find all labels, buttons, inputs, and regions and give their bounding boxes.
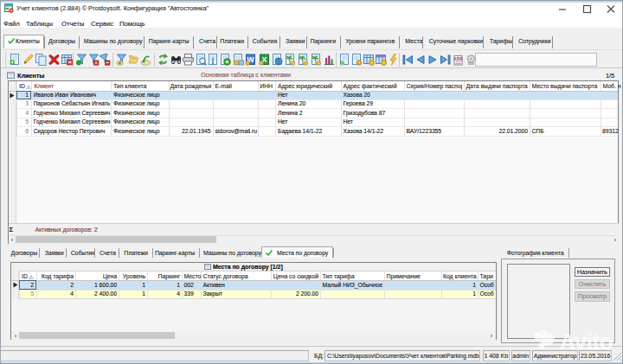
svg-text:Avito: Avito <box>560 329 613 354</box>
svg-text:АБВ: АБВ <box>453 56 463 61</box>
svg-text:d: d <box>341 61 344 66</box>
